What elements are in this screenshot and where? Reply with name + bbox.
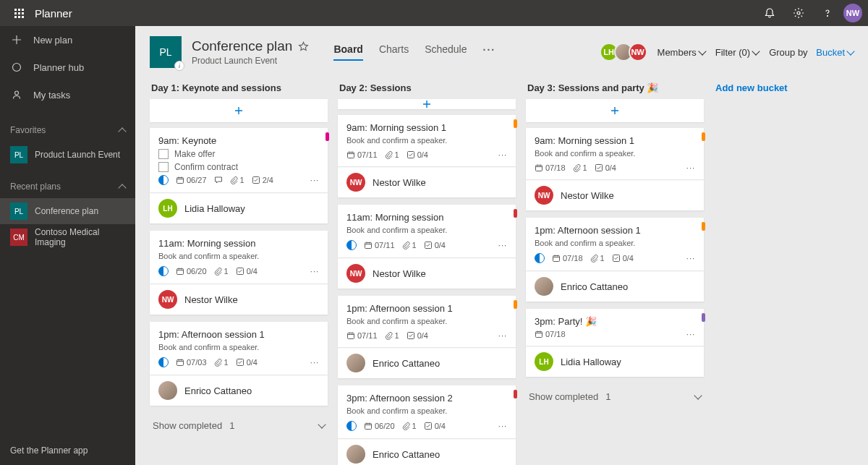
task-card[interactable]: 3pm: Party! 🎉07/18··· — [526, 309, 704, 346]
hub-label: Planner hub — [33, 62, 84, 73]
progress-icon — [346, 240, 357, 250]
progress-icon — [346, 421, 357, 431]
card-more-icon[interactable]: ··· — [498, 241, 507, 249]
add-task-button[interactable] — [526, 99, 704, 122]
card-tag — [702, 222, 705, 231]
task-card[interactable]: 11am: Morning sessionBook and confirm a … — [338, 205, 516, 257]
card-more-icon[interactable]: ··· — [686, 330, 695, 338]
attachment-count: 1 — [385, 331, 399, 340]
card-more-icon[interactable]: ··· — [498, 331, 507, 340]
task-card[interactable]: 1pm: Afternoon session 1Book and confirm… — [338, 296, 516, 347]
assignee-row: Enrico Cattaneo — [150, 375, 328, 406]
card-more-icon[interactable]: ··· — [498, 150, 507, 159]
attachment-count: 1 — [214, 358, 229, 367]
tab-charts[interactable]: Charts — [379, 43, 409, 61]
assignee-name: Lidia Halloway — [184, 203, 245, 214]
card-title: 1pm: Afternoon session 1 — [535, 225, 695, 236]
member-avatars[interactable]: LH NW — [604, 43, 647, 61]
card-tag — [514, 300, 517, 309]
plan-badge-small: PL — [10, 146, 27, 163]
get-app-link[interactable]: Get the Planner app — [0, 436, 135, 465]
members-dropdown[interactable]: Members — [658, 47, 705, 58]
show-completed-toggle[interactable]: Show completed1 — [150, 413, 328, 438]
progress-icon — [535, 253, 545, 263]
bucket-title[interactable]: Day 2: Sessions — [338, 78, 516, 99]
show-completed-toggle[interactable]: Show completed1 — [526, 384, 704, 409]
task-card[interactable]: 1pm: Afternoon session 1Book and confirm… — [526, 218, 704, 270]
svg-point-3 — [15, 91, 19, 95]
add-bucket[interactable]: Add new bucket — [714, 78, 868, 451]
info-icon[interactable]: i — [174, 61, 184, 71]
due-date: 07/18 — [535, 163, 566, 172]
group-by-dropdown[interactable]: Group by Bucket — [769, 47, 854, 58]
card-more-icon[interactable]: ··· — [310, 176, 319, 184]
assignee-name: Nestor Wilke — [184, 294, 238, 305]
tab-schedule[interactable]: Schedule — [425, 43, 467, 61]
add-task-button[interactable] — [150, 99, 328, 122]
due-date: 07/18 — [552, 254, 583, 263]
card-title: 1pm: Afternoon session 1 — [158, 329, 319, 340]
card-more-icon[interactable]: ··· — [310, 358, 319, 367]
planner-hub-link[interactable]: Planner hub — [0, 54, 135, 81]
board: Day 1: Keynote and sessions 9am: Keynote… — [135, 74, 868, 465]
svg-point-2 — [13, 64, 21, 72]
sidebar-plan-item[interactable]: CM Contoso Medical Imaging — [0, 224, 135, 250]
task-card[interactable]: 9am: Morning session 1Book and confirm a… — [526, 128, 704, 179]
task-card[interactable]: 9am: KeynoteMake offerConfirm contract06… — [150, 128, 328, 192]
assignee-row: LHLidia Halloway — [150, 192, 328, 223]
checklist-item[interactable]: Confirm contract — [158, 162, 319, 172]
task-card[interactable]: 3pm: Afternoon session 2Book and confirm… — [338, 385, 516, 438]
checkbox-icon — [158, 149, 169, 159]
checklist-count: 0/4 — [424, 422, 446, 430]
attachment-count: 1 — [385, 150, 399, 159]
new-plan-button[interactable]: New plan — [0, 26, 135, 54]
task-card[interactable]: 1pm: Afternoon session 1Book and confirm… — [150, 322, 328, 375]
user-avatar[interactable]: NW — [843, 4, 862, 22]
task-card[interactable]: 9am: Morning session 1Book and confirm a… — [338, 115, 516, 166]
bucket-title[interactable]: Day 3: Sessions and party 🎉 — [526, 78, 704, 99]
my-tasks-link[interactable]: My tasks — [0, 81, 135, 108]
card-title: 9am: Morning session 1 — [535, 135, 695, 146]
star-icon[interactable] — [298, 41, 309, 52]
card-description: Book and confirm a speaker. — [346, 136, 507, 145]
add-task-button[interactable] — [338, 99, 516, 109]
checklist-count: 0/4 — [612, 254, 634, 263]
assignee-avatar: NW — [535, 186, 553, 205]
svg-rect-10 — [348, 153, 354, 158]
chevron-up-icon — [118, 127, 126, 135]
card-more-icon[interactable]: ··· — [686, 163, 695, 172]
card-more-icon[interactable]: ··· — [310, 267, 319, 276]
card-description: Book and confirm a speaker. — [346, 406, 507, 415]
due-date: 07/03 — [176, 358, 207, 367]
card-more-icon[interactable]: ··· — [498, 422, 507, 430]
card-meta: 07/1110/4··· — [346, 150, 507, 159]
bucket-title[interactable]: Day 1: Keynote and sessions — [150, 78, 328, 99]
card-meta: 06/2712/4··· — [158, 175, 319, 185]
attachment-count: 1 — [590, 254, 605, 263]
attachment-count: 1 — [214, 267, 229, 276]
assignee-row: LHLidia Halloway — [526, 346, 704, 377]
more-tabs-icon[interactable]: ··· — [483, 44, 496, 60]
favorites-section[interactable]: Favorites — [0, 119, 135, 142]
sidebar-plan-item[interactable]: PL Product Launch Event — [0, 142, 135, 168]
checklist-count: 0/4 — [595, 163, 616, 172]
sidebar-plan-item[interactable]: PL Conference plan — [0, 198, 135, 224]
app-launcher-icon[interactable] — [6, 0, 32, 26]
checklist-item[interactable]: Make offer — [158, 149, 319, 159]
notifications-icon[interactable] — [757, 0, 783, 26]
settings-icon[interactable] — [786, 0, 812, 26]
recent-section[interactable]: Recent plans — [0, 175, 135, 198]
assignee-row: NWNestor Wilke — [150, 283, 328, 315]
help-icon[interactable] — [814, 0, 841, 26]
card-title: 3pm: Afternoon session 2 — [346, 393, 507, 404]
assignee-avatar — [346, 445, 365, 464]
filter-dropdown[interactable]: Filter (0) — [715, 47, 759, 58]
card-title: 9am: Morning session 1 — [346, 122, 507, 133]
card-description: Book and confirm a speaker. — [158, 343, 319, 351]
card-more-icon[interactable]: ··· — [686, 254, 695, 263]
tab-board[interactable]: Board — [333, 43, 362, 61]
due-date: 06/20 — [364, 422, 395, 430]
assignee-avatar: LH — [158, 199, 177, 218]
task-card[interactable]: 11am: Morning sessionBook and confirm a … — [150, 231, 328, 283]
assignee-name: Enrico Cattaneo — [373, 449, 440, 460]
